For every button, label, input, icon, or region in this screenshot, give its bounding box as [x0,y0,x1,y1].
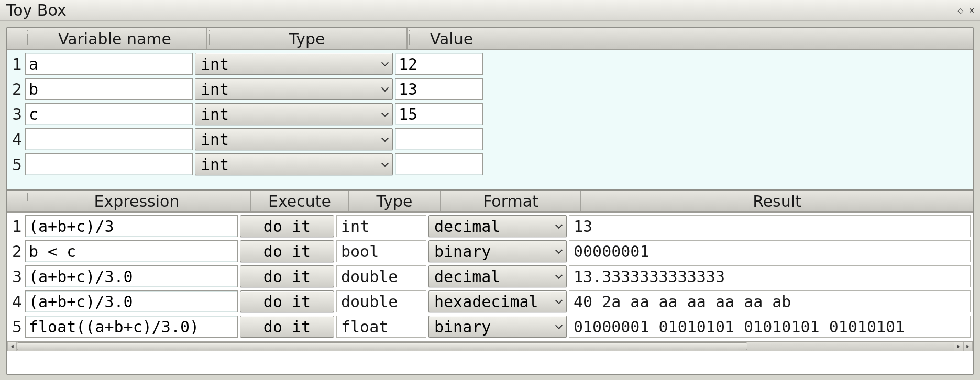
expressions-header-format[interactable]: Format [441,191,581,211]
expression-row: 5 do it float binary 01000001 01010101 0… [9,314,971,339]
variable-row: 1 int [9,51,971,76]
variables-header-value[interactable]: Value [408,28,495,49]
variable-value-input[interactable] [395,153,483,175]
variable-row: 3 int [9,102,971,127]
row-number: 4 [9,293,23,311]
expressions-panel: Expression Execute Type Format Result 1 … [7,191,973,374]
variable-name-input[interactable] [25,128,193,150]
scroll-left-icon[interactable]: ◂ [7,342,17,351]
variables-body: 1 int 2 int 3 int 4 int 5 int [7,50,973,189]
horizontal-scrollbar[interactable]: ◂ ▸ ▸ [7,341,973,351]
expression-format-select[interactable]: decimal [428,265,567,287]
window-titlebar: Toy Box ◇ ✕ [0,0,980,21]
execute-button[interactable]: do it [240,215,334,237]
row-number: 2 [9,80,23,98]
window-min-icon[interactable]: ◇ [957,7,963,14]
expression-format-select[interactable]: binary [428,316,567,338]
window-close-icon[interactable]: ✕ [968,7,975,14]
variable-type-select[interactable]: int [195,153,393,175]
column-grip-icon[interactable] [409,30,412,47]
window-buttons: ◇ ✕ [957,7,975,14]
variables-header-row: Variable name Type Value [7,28,973,50]
variables-header-name[interactable]: Variable name [23,28,207,49]
row-number: 5 [9,318,23,336]
expression-input[interactable] [25,240,238,262]
expression-input[interactable] [25,265,238,287]
expression-type-output: float [336,316,426,338]
expression-type-output: double [336,290,426,312]
variable-name-input[interactable] [25,103,193,125]
execute-button[interactable]: do it [240,265,334,287]
variable-value-input[interactable] [395,103,483,125]
scroll-right-icon[interactable]: ▸ [963,342,973,351]
variable-row: 2 int [9,76,971,102]
expressions-header-result[interactable]: Result [581,191,973,211]
variable-type-select[interactable]: int [195,103,393,125]
variable-type-select[interactable]: int [195,78,393,100]
expression-result-output: 00000001 [569,240,971,262]
column-grip-icon[interactable] [209,30,212,47]
expressions-header-row: Expression Execute Type Format Result [7,191,973,213]
row-number: 5 [9,155,23,174]
expression-format-select[interactable]: decimal [428,215,567,237]
variable-name-input[interactable] [25,153,193,175]
execute-button[interactable]: do it [240,240,334,262]
variable-type-select[interactable]: int [195,128,393,150]
row-number: 3 [9,267,23,286]
expression-input[interactable] [25,290,238,312]
variables-header-rownum [7,28,23,49]
expression-row: 3 do it double decimal 13.3333333333333 [9,264,971,289]
column-grip-icon[interactable] [25,193,28,209]
expression-format-select[interactable]: binary [428,240,567,262]
row-number: 4 [9,130,23,149]
variable-value-input[interactable] [395,78,483,100]
column-grip-icon[interactable] [25,30,28,47]
variable-value-input[interactable] [395,53,483,75]
expression-type-output: bool [336,240,426,262]
expressions-header-execute[interactable]: Execute [251,191,349,211]
expression-row: 1 do it int decimal 13 [9,214,971,239]
expression-input[interactable] [25,316,238,338]
row-number: 1 [9,55,23,73]
expressions-header-rownum [7,191,23,211]
variable-value-input[interactable] [395,128,483,150]
expression-result-output: 40 2a aa aa aa aa aa ab [569,290,971,312]
variable-row: 5 int [9,152,971,177]
scroll-right-icon[interactable]: ▸ [954,342,963,351]
variable-row: 4 int [9,127,971,152]
row-number: 2 [9,242,23,261]
expression-row: 4 do it double hexadecimal 40 2a aa aa a… [9,289,971,314]
expression-type-output: double [336,265,426,287]
expression-result-output: 13.3333333333333 [569,265,971,287]
variables-header-type[interactable]: Type [207,28,408,49]
expression-result-output: 13 [569,215,971,237]
scroll-track[interactable] [17,342,954,351]
variables-panel: Variable name Type Value 1 int 2 int [7,28,973,191]
variable-name-input[interactable] [25,53,193,75]
scroll-thumb[interactable] [17,342,747,350]
row-number: 1 [9,217,23,236]
expression-format-select[interactable]: hexadecimal [428,290,567,312]
expression-row: 2 do it bool binary 00000001 [9,239,971,264]
expression-type-output: int [336,215,426,237]
expressions-header-expression[interactable]: Expression [23,191,251,211]
variable-type-select[interactable]: int [195,53,393,75]
variable-name-input[interactable] [25,78,193,100]
app-frame: Variable name Type Value 1 int 2 int [6,27,974,375]
expressions-body: 1 do it int decimal 13 2 do it bool bina… [7,213,973,341]
expressions-header-type[interactable]: Type [349,191,441,211]
execute-button[interactable]: do it [240,290,334,312]
row-number: 3 [9,105,23,124]
expression-result-output: 01000001 01010101 01010101 01010101 [569,316,971,338]
expression-input[interactable] [25,215,238,237]
window-title: Toy Box [6,1,67,19]
execute-button[interactable]: do it [240,316,334,338]
